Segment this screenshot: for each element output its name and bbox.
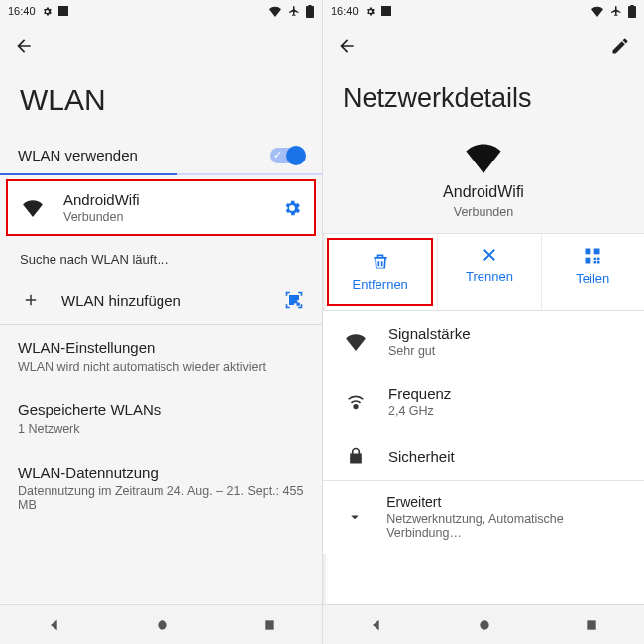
svg-rect-7 <box>297 303 299 305</box>
gear-icon <box>42 6 53 17</box>
svg-rect-12 <box>631 5 634 7</box>
airplane-icon <box>610 5 622 17</box>
appbar <box>323 22 644 69</box>
svg-rect-3 <box>290 296 293 299</box>
battery-icon <box>628 5 636 18</box>
nav-recent-button[interactable] <box>585 618 598 632</box>
connected-network-row[interactable]: AndroidWifi Verbunden <box>6 179 316 236</box>
svg-rect-1 <box>306 6 314 18</box>
phone-left: 16:40 WLAN WLAN verwenden ✓ <box>0 0 322 644</box>
svg-rect-2 <box>309 5 312 7</box>
svg-rect-4 <box>295 296 298 299</box>
svg-rect-0 <box>58 6 68 16</box>
signal-label: Signalstärke <box>388 325 471 342</box>
wifi-signal-icon <box>343 333 369 351</box>
saved-networks-sub: 1 Netzwerk <box>18 422 80 436</box>
frequency-icon <box>343 391 369 413</box>
disconnect-label: Trennen <box>466 269 513 284</box>
wlan-toggle-label: WLAN verwenden <box>18 147 253 163</box>
back-button[interactable] <box>14 36 34 55</box>
wifi-signal-icon <box>464 142 503 173</box>
add-network-label: WLAN hinzufügen <box>61 292 267 309</box>
nav-back-button[interactable] <box>47 617 62 633</box>
statusbar: 16:40 <box>0 0 322 22</box>
wifi-icon <box>590 6 604 17</box>
network-header: AndroidWifi Verbunden <box>323 134 644 233</box>
nav-back-button[interactable] <box>369 617 384 633</box>
add-network-row[interactable]: WLAN hinzufügen <box>0 282 322 324</box>
action-bar: Entfernen Trennen Teilen <box>323 233 644 311</box>
airplane-icon <box>288 5 300 17</box>
forget-button[interactable]: Entfernen <box>327 238 433 306</box>
data-usage-row[interactable]: WLAN-Datennutzung Datennutzung im Zeitra… <box>0 450 322 526</box>
forget-label: Entfernen <box>352 277 407 292</box>
svg-rect-10 <box>381 6 391 16</box>
share-label: Teilen <box>576 271 609 286</box>
security-label: Sicherheit <box>388 448 455 465</box>
disconnect-button[interactable]: Trennen <box>437 234 540 310</box>
saved-networks-title: Gespeicherte WLANs <box>18 401 161 418</box>
statusbar: 16:40 <box>323 0 644 22</box>
wlan-toggle-row[interactable]: WLAN verwenden ✓ <box>0 137 322 173</box>
wlan-toggle[interactable]: ✓ <box>270 148 304 163</box>
navbar <box>323 604 644 644</box>
network-name: AndroidWifi <box>443 183 524 201</box>
network-status: Verbunden <box>63 210 265 224</box>
nav-home-button[interactable] <box>477 617 492 633</box>
expand-icon <box>343 508 367 526</box>
edit-button[interactable] <box>610 36 630 55</box>
frequency-value: 2,4 GHz <box>388 404 451 418</box>
share-button[interactable]: Teilen <box>541 234 644 310</box>
frequency-label: Frequenz <box>388 385 451 402</box>
battery-icon <box>306 5 314 18</box>
wifi-signal-icon <box>20 199 46 217</box>
page-title: Netzwerkdetails <box>323 69 644 134</box>
svg-rect-5 <box>290 301 293 304</box>
svg-rect-18 <box>594 261 597 264</box>
nav-recent-button[interactable] <box>263 618 276 632</box>
svg-rect-16 <box>594 258 597 261</box>
navbar <box>0 604 322 644</box>
qr-scan-icon[interactable] <box>284 290 304 310</box>
wlan-settings-title: WLAN-Einstellungen <box>18 339 155 356</box>
svg-rect-9 <box>265 620 273 629</box>
network-status: Verbunden <box>454 205 513 219</box>
security-row: Sicherheit <box>323 432 644 480</box>
svg-rect-6 <box>295 301 297 303</box>
svg-rect-22 <box>587 620 595 629</box>
advanced-label: Erweitert <box>386 494 624 510</box>
frequency-row: Frequenz 2,4 GHz <box>323 372 644 432</box>
svg-rect-14 <box>594 249 600 255</box>
svg-rect-17 <box>597 258 600 261</box>
gear-icon <box>365 6 376 17</box>
page-title: WLAN <box>0 69 322 137</box>
data-usage-sub: Datennutzung im Zeitraum 24. Aug. – 21. … <box>18 484 304 512</box>
svg-rect-13 <box>586 249 591 255</box>
progress-bar <box>0 173 322 175</box>
svg-rect-19 <box>597 261 600 264</box>
wlan-settings-row[interactable]: WLAN-Einstellungen WLAN wird nicht autom… <box>0 325 322 387</box>
svg-rect-11 <box>628 6 636 18</box>
nav-home-button[interactable] <box>155 617 170 633</box>
plus-icon <box>18 291 44 309</box>
data-usage-title: WLAN-Datennutzung <box>18 464 159 481</box>
lock-icon <box>343 446 369 466</box>
status-time: 16:40 <box>331 5 359 17</box>
svg-point-8 <box>158 620 166 629</box>
appbar <box>0 22 322 69</box>
advanced-row[interactable]: Erweitert Netzwerknutzung, Automatische … <box>323 481 644 554</box>
advanced-value: Netzwerknutzung, Automatische Verbindung… <box>386 512 624 540</box>
svg-rect-15 <box>586 258 591 264</box>
svg-point-21 <box>480 620 488 629</box>
network-name: AndroidWifi <box>63 191 265 208</box>
network-settings-icon[interactable] <box>282 198 302 218</box>
signal-row: Signalstärke Sehr gut <box>323 311 644 372</box>
phone-right: 16:40 Netzwerkdetails AndroidWifi Verbun… <box>322 0 644 644</box>
signal-value: Sehr gut <box>388 344 471 358</box>
status-time: 16:40 <box>8 5 36 17</box>
searching-text: Suche nach WLAN läuft… <box>0 236 322 282</box>
back-button[interactable] <box>337 36 357 55</box>
square-icon <box>381 6 391 16</box>
saved-networks-row[interactable]: Gespeicherte WLANs 1 Netzwerk <box>0 387 322 450</box>
wifi-icon <box>268 6 282 17</box>
